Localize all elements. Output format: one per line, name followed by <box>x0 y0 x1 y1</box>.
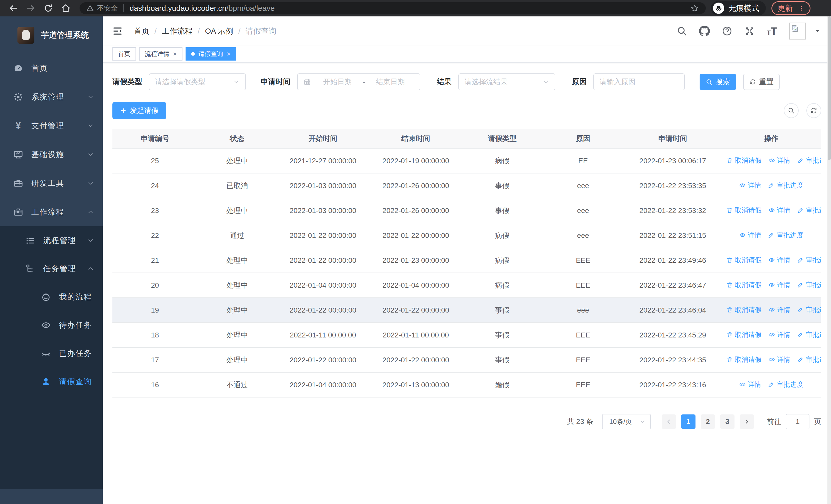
search-button[interactable]: 搜索 <box>699 73 736 90</box>
next-page-button[interactable] <box>740 414 754 429</box>
url-host[interactable]: dashboard.yudao.iocoder.cn <box>130 4 226 12</box>
sidebar-item-home[interactable]: 首页 <box>0 54 103 83</box>
breadcrumb-oa-example[interactable]: OA 示例 <box>205 26 233 36</box>
create-leave-button[interactable]: 发起请假 <box>112 102 166 119</box>
action-progress-link[interactable]: 审批进度 <box>768 231 803 240</box>
breadcrumb-home[interactable]: 首页 <box>134 26 149 36</box>
app-logo[interactable]: 芋道管理系统 <box>0 17 103 54</box>
reset-button[interactable]: 重置 <box>743 73 780 90</box>
breadcrumb-workflow[interactable]: 工作流程 <box>162 26 193 36</box>
cell-apply-time: 2022-01-23 00:06:17 <box>624 148 721 173</box>
font-size-icon[interactable]: TT <box>767 26 777 36</box>
update-button[interactable]: 更新 <box>771 1 810 15</box>
action-detail-link[interactable]: 详情 <box>768 330 791 339</box>
fullscreen-icon[interactable] <box>744 26 755 36</box>
back-icon[interactable] <box>8 3 19 13</box>
sidebar-item-workflow[interactable]: 工作流程 <box>0 198 103 226</box>
action-cancel-link[interactable]: 取消请假 <box>726 305 762 314</box>
sidebar-item-task-mgmt[interactable]: 任务管理 <box>0 255 103 283</box>
action-cancel-link[interactable]: 取消请假 <box>726 330 762 339</box>
table-search-toggle-button[interactable] <box>784 103 799 118</box>
sidebar-item-infra[interactable]: 基础设施 <box>0 140 103 169</box>
cell-apply-time: 2022-01-22 23:51:15 <box>624 223 721 248</box>
action-detail-link[interactable]: 详情 <box>768 355 791 364</box>
action-detail-link[interactable]: 详情 <box>768 156 791 165</box>
cell-reason: EE <box>542 148 624 173</box>
sidebar-item-devtools[interactable]: 研发工具 <box>0 169 103 198</box>
tab-process-detail[interactable]: 流程详情 × <box>139 47 182 61</box>
bookmark-star-icon[interactable] <box>690 4 699 12</box>
page-scrollbar[interactable] <box>827 17 831 504</box>
action-progress-link[interactable]: 审批进度 <box>797 305 821 314</box>
tab-leave-query[interactable]: 请假查询 × <box>185 47 236 61</box>
action-progress-link[interactable]: 审批进度 <box>797 206 821 215</box>
tab-home[interactable]: 首页 <box>112 47 136 61</box>
action-detail-link[interactable]: 详情 <box>739 181 761 190</box>
apply-time-range-picker[interactable]: 开始日期 - 结束日期 <box>297 73 420 90</box>
action-detail-link[interactable]: 详情 <box>768 206 791 215</box>
action-detail-link[interactable]: 详情 <box>739 231 761 240</box>
address-bar[interactable]: 不安全 dashboard.yudao.iocoder.cn/bpm/oa/le… <box>80 2 706 14</box>
scrollbar-thumb[interactable] <box>828 17 831 160</box>
close-icon[interactable]: × <box>227 51 230 57</box>
action-progress-link[interactable]: 审批进度 <box>768 380 803 389</box>
url-path[interactable]: /bpm/oa/leave <box>226 4 275 12</box>
action-cancel-link[interactable]: 取消请假 <box>726 206 762 215</box>
sidebar-item-my-process[interactable]: 我的流程 <box>0 283 103 311</box>
page-size-select[interactable]: 10条/页 <box>602 414 651 429</box>
page-button-1[interactable]: 1 <box>681 414 695 429</box>
page-button-2[interactable]: 2 <box>700 414 715 429</box>
avatar-caret-icon[interactable] <box>814 28 821 34</box>
page-button-3[interactable]: 3 <box>720 414 735 429</box>
sidebar-item-system[interactable]: 系统管理 <box>0 83 103 111</box>
chevron-up-icon <box>87 209 94 215</box>
action-progress-link[interactable]: 审批进度 <box>797 156 821 165</box>
sidebar-item-todo-tasks[interactable]: 待办任务 <box>0 311 103 339</box>
action-detail-link[interactable]: 详情 <box>739 380 761 389</box>
breadcrumb-current: 请假查询 <box>246 26 277 36</box>
action-detail-link[interactable]: 详情 <box>768 280 791 290</box>
cell-status: 处理中 <box>197 298 277 323</box>
reload-icon[interactable] <box>43 3 53 13</box>
action-detail-link[interactable]: 详情 <box>768 256 791 265</box>
action-progress-link[interactable]: 审批进度 <box>797 280 821 290</box>
leave-type-select[interactable]: 请选择请假类型 <box>149 73 246 90</box>
action-cancel-link[interactable]: 取消请假 <box>726 256 762 265</box>
help-icon[interactable] <box>722 26 733 36</box>
action-progress-link[interactable]: 审批进度 <box>768 181 803 190</box>
sidebar-item-process-mgmt[interactable]: 流程管理 <box>0 226 103 255</box>
chevron-down-icon <box>233 79 240 85</box>
sidebar-fold-icon[interactable] <box>112 26 123 36</box>
action-progress-link[interactable]: 审批进度 <box>797 256 821 265</box>
end-date-placeholder: 结束日期 <box>367 77 414 87</box>
github-icon[interactable] <box>699 26 710 36</box>
table-refresh-button[interactable] <box>806 103 821 118</box>
cell-apply-time: 2022-01-22 23:53:35 <box>624 173 721 198</box>
reason-input[interactable]: 请输入原因 <box>593 73 685 90</box>
browser-menu-icon[interactable] <box>798 5 805 11</box>
table-body: 25 处理中 2021-12-27 00:00:00 2022-01-19 00… <box>112 148 821 397</box>
close-icon[interactable]: × <box>173 51 177 57</box>
action-cancel-link[interactable]: 取消请假 <box>726 156 762 165</box>
col-header-reason: 原因 <box>542 129 624 148</box>
forward-icon[interactable] <box>26 3 36 13</box>
sidebar-item-payment[interactable]: ¥ 支付管理 <box>0 111 103 140</box>
action-progress-link[interactable]: 审批进度 <box>797 355 821 364</box>
action-progress-link[interactable]: 审批进度 <box>797 330 821 339</box>
sidebar-item-leave-query[interactable]: 请假查询 <box>0 367 103 396</box>
header-search-icon[interactable] <box>677 26 687 36</box>
dashboard-icon <box>13 63 24 73</box>
chevron-up-icon <box>87 265 94 272</box>
action-cancel-link[interactable]: 取消请假 <box>726 280 762 290</box>
reason-label: 原因 <box>572 77 587 87</box>
cell-apply-time: 2022-01-22 23:53:32 <box>624 198 721 223</box>
action-cancel-link[interactable]: 取消请假 <box>726 355 762 364</box>
prev-page-button[interactable] <box>662 414 676 429</box>
avatar[interactable] <box>789 23 806 39</box>
result-select[interactable]: 请选择流结果 <box>458 73 555 90</box>
action-detail-link[interactable]: 详情 <box>768 305 791 314</box>
home-icon[interactable] <box>61 3 71 13</box>
goto-page-input[interactable] <box>786 414 809 429</box>
sidebar-item-done-tasks[interactable]: 已办任务 <box>0 339 103 367</box>
security-label[interactable]: 不安全 <box>97 4 118 13</box>
